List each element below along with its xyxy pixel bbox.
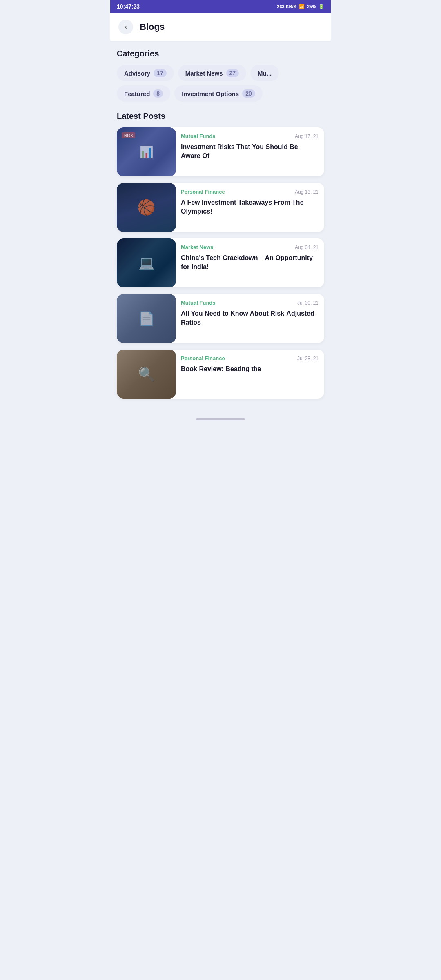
category-chip-mutual[interactable]: Mu... bbox=[250, 65, 279, 81]
categories-section: Categories Advisory 17 Market News 27 Mu… bbox=[117, 49, 324, 102]
post-meta-3: Market News Aug 04, 21 bbox=[181, 244, 318, 250]
post-image-3 bbox=[117, 238, 176, 287]
post-category-1: Mutual Funds bbox=[181, 133, 216, 139]
category-chip-investment-options[interactable]: Investment Options 20 bbox=[174, 85, 263, 102]
post-date-2: Aug 13, 21 bbox=[295, 189, 318, 195]
categories-title: Categories bbox=[117, 49, 324, 58]
latest-posts-section: Latest Posts Mutual Funds Aug 17, 21 Inv… bbox=[117, 111, 324, 399]
chip-count-investment-options: 20 bbox=[242, 89, 255, 98]
post-info-4: Mutual Funds Jul 30, 21 All You Need to … bbox=[176, 294, 324, 343]
time-display: 10:47:23 bbox=[117, 3, 140, 10]
ratios-decoration bbox=[117, 294, 176, 343]
home-indicator-bar bbox=[196, 418, 245, 420]
categories-grid: Advisory 17 Market News 27 Mu... Feature… bbox=[117, 65, 324, 102]
post-date-3: Aug 04, 21 bbox=[295, 245, 318, 250]
back-icon: ‹ bbox=[125, 23, 127, 31]
post-info-1: Mutual Funds Aug 17, 21 Investment Risks… bbox=[176, 127, 324, 176]
post-image-2 bbox=[117, 183, 176, 232]
category-chip-market-news[interactable]: Market News 27 bbox=[178, 65, 246, 81]
post-title-2: A Few Investment Takeaways From The Olym… bbox=[181, 198, 318, 216]
post-date-5: Jul 28, 21 bbox=[297, 356, 318, 361]
post-title-4: All You Need to Know About Risk-Adjusted… bbox=[181, 309, 318, 327]
category-chip-featured[interactable]: Featured 8 bbox=[117, 85, 170, 102]
latest-posts-title: Latest Posts bbox=[117, 111, 324, 121]
post-card-1[interactable]: Mutual Funds Aug 17, 21 Investment Risks… bbox=[117, 127, 324, 176]
book-decoration bbox=[117, 350, 176, 399]
post-card-4[interactable]: Mutual Funds Jul 30, 21 All You Need to … bbox=[117, 294, 324, 343]
home-indicator bbox=[110, 413, 331, 423]
back-button[interactable]: ‹ bbox=[118, 20, 133, 34]
post-meta-1: Mutual Funds Aug 17, 21 bbox=[181, 133, 318, 139]
page-title: Blogs bbox=[140, 22, 165, 32]
post-info-3: Market News Aug 04, 21 China's Tech Crac… bbox=[176, 238, 324, 287]
post-card-2[interactable]: Personal Finance Aug 13, 21 A Few Invest… bbox=[117, 183, 324, 232]
chip-label-market-news: Market News bbox=[185, 70, 223, 77]
post-category-2: Personal Finance bbox=[181, 189, 225, 195]
chip-count-market-news: 27 bbox=[226, 69, 239, 77]
category-chip-advisory[interactable]: Advisory 17 bbox=[117, 65, 174, 81]
post-title-5: Book Review: Beating the bbox=[181, 365, 318, 374]
post-category-5: Personal Finance bbox=[181, 355, 225, 361]
status-icons: 263 KB/S 📶 25% 🔋 bbox=[277, 4, 324, 9]
post-date-1: Aug 17, 21 bbox=[295, 134, 318, 139]
battery-level: 25% bbox=[307, 4, 316, 9]
chip-count-advisory: 17 bbox=[154, 69, 167, 77]
main-content: Categories Advisory 17 Market News 27 Mu… bbox=[110, 41, 331, 413]
post-category-4: Mutual Funds bbox=[181, 300, 216, 306]
chip-label-mutual: Mu... bbox=[258, 70, 272, 77]
battery-icon: 🔋 bbox=[318, 4, 324, 9]
chip-label-advisory: Advisory bbox=[124, 70, 150, 77]
post-info-5: Personal Finance Jul 28, 21 Book Review:… bbox=[176, 350, 324, 399]
status-bar: 10:47:23 263 KB/S 📶 25% 🔋 bbox=[110, 0, 331, 13]
post-image-4 bbox=[117, 294, 176, 343]
post-card-3[interactable]: Market News Aug 04, 21 China's Tech Crac… bbox=[117, 238, 324, 287]
olympics-decoration bbox=[117, 183, 176, 232]
post-category-3: Market News bbox=[181, 244, 213, 250]
network-icon: 📶 bbox=[299, 4, 305, 9]
post-image-1 bbox=[117, 127, 176, 176]
post-meta-5: Personal Finance Jul 28, 21 bbox=[181, 355, 318, 361]
risk-decoration bbox=[117, 127, 176, 176]
data-speed: 263 KB/S bbox=[277, 4, 296, 9]
chip-label-investment-options: Investment Options bbox=[182, 90, 239, 97]
header: ‹ Blogs bbox=[110, 13, 331, 41]
post-info-2: Personal Finance Aug 13, 21 A Few Invest… bbox=[176, 183, 324, 232]
post-title-3: China's Tech Crackdown – An Opportunity … bbox=[181, 254, 318, 272]
chip-count-featured: 8 bbox=[153, 89, 163, 98]
post-card-5[interactable]: Personal Finance Jul 28, 21 Book Review:… bbox=[117, 350, 324, 399]
chip-label-featured: Featured bbox=[124, 90, 150, 97]
china-decoration bbox=[117, 238, 176, 287]
post-meta-2: Personal Finance Aug 13, 21 bbox=[181, 189, 318, 195]
post-date-4: Jul 30, 21 bbox=[297, 300, 318, 306]
post-title-1: Investment Risks That You Should Be Awar… bbox=[181, 143, 318, 161]
post-image-5 bbox=[117, 350, 176, 399]
post-meta-4: Mutual Funds Jul 30, 21 bbox=[181, 300, 318, 306]
